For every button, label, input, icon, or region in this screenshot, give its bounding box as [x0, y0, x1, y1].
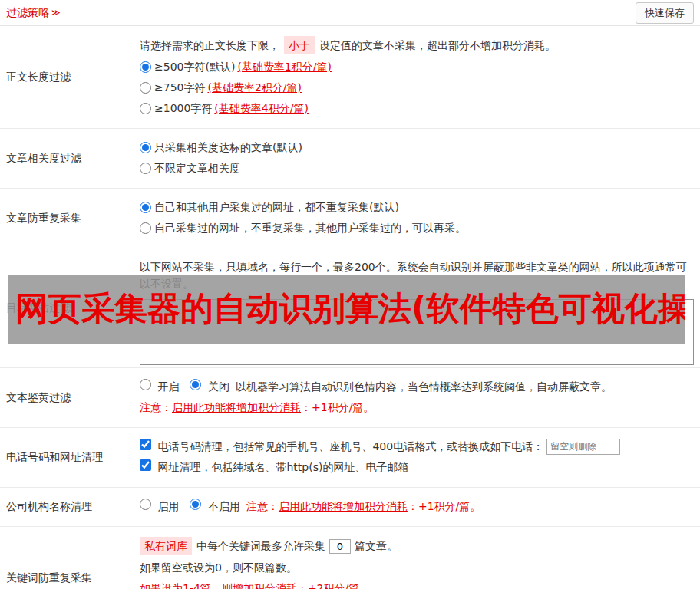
company-cleanup-label: 公司机构名称清理	[0, 488, 134, 526]
company-cleanup-off-label: 不启用	[208, 500, 240, 512]
intro-pre-text: 请选择需求的正文长度下限，	[140, 37, 279, 54]
keyword-limit-mid-text: 中每个关键词最多允许采集	[196, 538, 325, 554]
company-cleanup-on-label: 启用	[157, 500, 179, 512]
page-title-group: 过滤策略 ≫	[6, 6, 61, 20]
length-option-1000[interactable]: ≥1000字符 (基础费率4积分/篇)	[140, 100, 694, 117]
phone-cleanup-label: 电话号码清理，包括常见的手机号、座机号、400电话格式，或替换成如下电话：	[157, 440, 543, 452]
row-body-length-filter: 正文长度过滤 请选择需求的正文长度下限， 小于 设定值的文章不采集，超出部分不增…	[0, 26, 700, 129]
porn-filter-off-label: 关闭	[208, 380, 229, 393]
row-porn-filter: 文本鉴黄过滤 开启 关闭 以机器学习算法自动识别色情内容，当色情概率达到系统阈值…	[0, 368, 700, 428]
length-option-500[interactable]: ≥500字符(默认) (基础费率1积分/篇)	[140, 58, 694, 75]
porn-filter-on-radio[interactable]	[140, 379, 151, 390]
body-length-intro: 请选择需求的正文长度下限， 小于 设定值的文章不采集，超出部分不增加积分消耗。	[140, 36, 694, 54]
length-option-750-radio[interactable]	[140, 82, 151, 94]
blocked-sites-textarea[interactable]	[140, 299, 694, 365]
keyword-fee-warning: 如果设为1-4篇，则增加积分消耗：+2积分/篇。	[140, 580, 694, 589]
keyword-dedupe-label: 关键词防重复采集	[0, 527, 134, 589]
dedupe-option-self-only-label: 自己采集过的网址，不重复采集，其他用户采集过的，可以再采。	[154, 219, 466, 236]
company-cleanup-on-option[interactable]: 启用	[140, 498, 179, 515]
private-lexicon-highlight: 私有词库	[140, 537, 192, 555]
length-option-750[interactable]: ≥750字符 (基础费率2积分/篇)	[140, 79, 694, 96]
porn-filter-on-label: 开启	[157, 380, 179, 393]
company-cleanup-on-radio[interactable]	[140, 499, 151, 510]
relevance-option-unlimited-label: 不限定文章相关度	[154, 160, 240, 176]
length-option-500-label: ≥500字符(默认)	[154, 58, 235, 75]
porn-filter-on-option[interactable]: 开启	[140, 378, 179, 395]
company-cleanup-warning: 注意：启用此功能将增加积分消耗：+1积分/篇。	[246, 498, 480, 515]
url-cleanup-checkbox[interactable]	[140, 459, 151, 471]
relevance-option-qualified[interactable]: 只采集相关度达标的文章(默认)	[140, 139, 694, 156]
intro-post-text: 设定值的文章不采集，超出部分不增加积分消耗。	[319, 37, 556, 54]
dedupe-option-all-users-label: 自己和其他用户采集过的网址，都不重复采集(默认)	[154, 199, 399, 216]
length-option-750-fee-note: (基础费率2积分/篇)	[207, 79, 302, 96]
company-cleanup-off-option[interactable]: 不启用	[190, 498, 239, 515]
target-site-filter-label: 目标网站过滤	[0, 248, 134, 367]
page-title: 过滤策略	[6, 6, 49, 20]
relevance-option-qualified-label: 只采集相关度达标的文章(默认)	[154, 139, 302, 156]
relevance-option-unlimited[interactable]: 不限定文章相关度	[140, 160, 694, 176]
length-option-750-label: ≥750字符	[154, 79, 205, 96]
target-site-desc: 以下网站不采集，只填域名，每行一个，最多200个。系统会自动识别并屏蔽那些非文章…	[140, 258, 694, 292]
keyword-zero-note: 如果留空或设为0，则不限篇数。	[140, 559, 694, 576]
phone-cleanup-option[interactable]: 电话号码清理，包括常见的手机号、座机号、400电话格式，或替换成如下电话：	[140, 438, 543, 455]
relevance-filter-label: 文章相关度过滤	[0, 129, 134, 188]
length-option-500-radio[interactable]	[140, 61, 151, 73]
phone-url-cleanup-label: 电话号码和网址清理	[0, 428, 134, 487]
row-company-cleanup: 公司机构名称清理 启用 不启用 注意：启用此功能将增加积分消耗：+1积分/篇。	[0, 488, 700, 527]
replacement-phone-input[interactable]	[546, 439, 620, 455]
collapse-chevron-icon[interactable]: ≫	[51, 8, 61, 18]
company-cleanup-off-radio[interactable]	[190, 499, 201, 510]
relevance-option-unlimited-radio[interactable]	[140, 163, 151, 174]
less-than-highlight: 小于	[284, 36, 315, 54]
header: 过滤策略 ≫ 快速保存	[0, 0, 700, 26]
length-option-1000-radio[interactable]	[140, 103, 151, 114]
length-option-500-fee-note: (基础费率1积分/篇)	[237, 58, 332, 75]
row-relevance-filter: 文章相关度过滤 只采集相关度达标的文章(默认) 不限定文章相关度	[0, 129, 700, 189]
row-phone-url-cleanup: 电话号码和网址清理 电话号码清理，包括常见的手机号、座机号、400电话格式，或替…	[0, 428, 700, 488]
length-option-1000-fee-note: (基础费率4积分/篇)	[214, 100, 309, 117]
keyword-limit-count-input[interactable]	[329, 539, 351, 554]
dedupe-option-self-only-radio[interactable]	[140, 222, 151, 234]
url-cleanup-label: 网址清理，包括纯域名、带http(s)的网址、电子邮箱	[157, 461, 408, 473]
row-article-dedupe: 文章防重复采集 自己和其他用户采集过的网址，都不重复采集(默认) 自己采集过的网…	[0, 189, 700, 248]
keyword-limit-end-text: 篇文章。	[355, 538, 398, 554]
porn-filter-label: 文本鉴黄过滤	[0, 368, 134, 427]
length-option-1000-label: ≥1000字符	[154, 100, 212, 117]
article-dedupe-label: 文章防重复采集	[0, 189, 134, 248]
porn-filter-desc: 以机器学习算法自动识别色情内容，当色情概率达到系统阈值，自动屏蔽文章。	[236, 378, 612, 395]
quick-save-button[interactable]: 快速保存	[636, 2, 694, 24]
body-length-filter-label: 正文长度过滤	[0, 26, 134, 128]
porn-filter-off-radio[interactable]	[190, 379, 201, 390]
dedupe-option-all-users[interactable]: 自己和其他用户采集过的网址，都不重复采集(默认)	[140, 199, 694, 216]
phone-cleanup-checkbox[interactable]	[140, 439, 151, 450]
url-cleanup-option[interactable]: 网址清理，包括纯域名、带http(s)的网址、电子邮箱	[140, 459, 408, 475]
dedupe-option-all-users-radio[interactable]	[140, 202, 151, 213]
dedupe-option-self-only[interactable]: 自己采集过的网址，不重复采集，其他用户采集过的，可以再采。	[140, 219, 694, 236]
relevance-option-qualified-radio[interactable]	[140, 142, 151, 153]
row-keyword-dedupe: 关键词防重复采集 私有词库 中每个关键词最多允许采集 篇文章。 如果留空或设为0…	[0, 527, 700, 589]
row-target-site-filter: 目标网站过滤 以下网站不采集，只填域名，每行一个，最多200个。系统会自动识别并…	[0, 248, 700, 368]
keyword-limit-line: 私有词库 中每个关键词最多允许采集 篇文章。	[140, 537, 694, 555]
porn-filter-warning: 注意：启用此功能将增加积分消耗：+1积分/篇。	[140, 399, 694, 416]
porn-filter-off-option[interactable]: 关闭	[190, 378, 229, 395]
